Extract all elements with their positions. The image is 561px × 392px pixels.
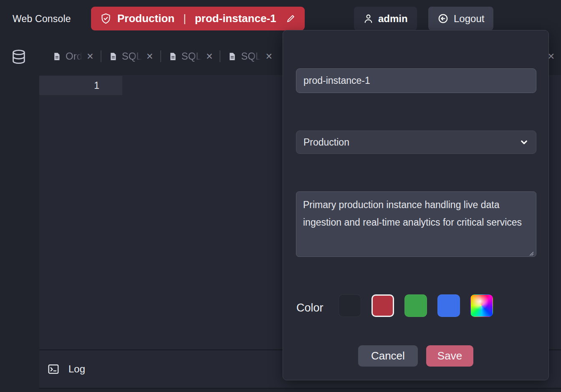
- bottom-strip: [39, 388, 561, 392]
- instance-type-select[interactable]: Production: [296, 131, 536, 154]
- logout-icon: [437, 13, 449, 24]
- sidebar: [0, 38, 39, 392]
- line-number: 1: [39, 76, 122, 95]
- username-label: admin: [378, 13, 408, 25]
- shield-icon: [100, 13, 111, 25]
- terminal-icon: [47, 363, 60, 375]
- instance-name-input[interactable]: [296, 68, 536, 93]
- environment-label: Production: [117, 12, 174, 25]
- tab-label: SQL: [122, 50, 142, 62]
- user-chip[interactable]: admin: [354, 7, 417, 30]
- color-swatch-row: [283, 294, 548, 317]
- dialog-buttons: Cancel Save: [283, 345, 548, 367]
- tab-sql-2[interactable]: SQL ×: [161, 45, 220, 68]
- tab-sql-1[interactable]: SQL ×: [101, 45, 160, 68]
- instance-type-value: Production: [296, 137, 520, 148]
- color-swatch-default[interactable]: [339, 294, 361, 317]
- log-label: Log: [68, 363, 85, 375]
- tab-close-icon[interactable]: ×: [147, 51, 153, 62]
- tab-orders[interactable]: Ord ×: [45, 45, 101, 68]
- tab-sql-3[interactable]: SQL ×: [220, 45, 279, 68]
- color-swatch-rainbow[interactable]: [470, 294, 493, 317]
- chevron-down-icon: [520, 138, 528, 147]
- logout-button[interactable]: Logout: [428, 7, 493, 30]
- tab-close-icon[interactable]: ×: [206, 51, 213, 62]
- cancel-button[interactable]: Cancel: [358, 345, 418, 367]
- edit-pencil-icon[interactable]: [286, 14, 296, 23]
- file-icon: [168, 51, 177, 62]
- instance-badge[interactable]: Production | prod-instance-1: [91, 7, 305, 30]
- tab-label: SQL: [241, 50, 261, 62]
- tab-label: Ord: [66, 50, 82, 62]
- instance-name-label: prod-instance-1: [195, 12, 276, 25]
- tab-label: SQL: [182, 50, 202, 62]
- color-swatch-red[interactable]: [371, 294, 394, 317]
- file-icon: [227, 51, 236, 62]
- edit-instance-dialog: Instance Name Instance Type Production D…: [283, 30, 549, 380]
- file-icon: [109, 51, 117, 62]
- database-icon[interactable]: [10, 48, 27, 66]
- description-textarea[interactable]: Primary production instance handling liv…: [296, 191, 536, 257]
- color-swatch-green[interactable]: [404, 294, 427, 317]
- user-icon: [363, 13, 374, 24]
- color-swatch-blue[interactable]: [437, 294, 460, 317]
- logout-label: Logout: [454, 13, 484, 25]
- save-button[interactable]: Save: [426, 345, 473, 367]
- file-icon: [52, 51, 61, 62]
- badge-separator: |: [183, 13, 186, 25]
- tab-close-icon[interactable]: ×: [265, 51, 272, 62]
- app-title: Web Console: [13, 0, 71, 38]
- tab-close-icon[interactable]: ×: [87, 51, 94, 62]
